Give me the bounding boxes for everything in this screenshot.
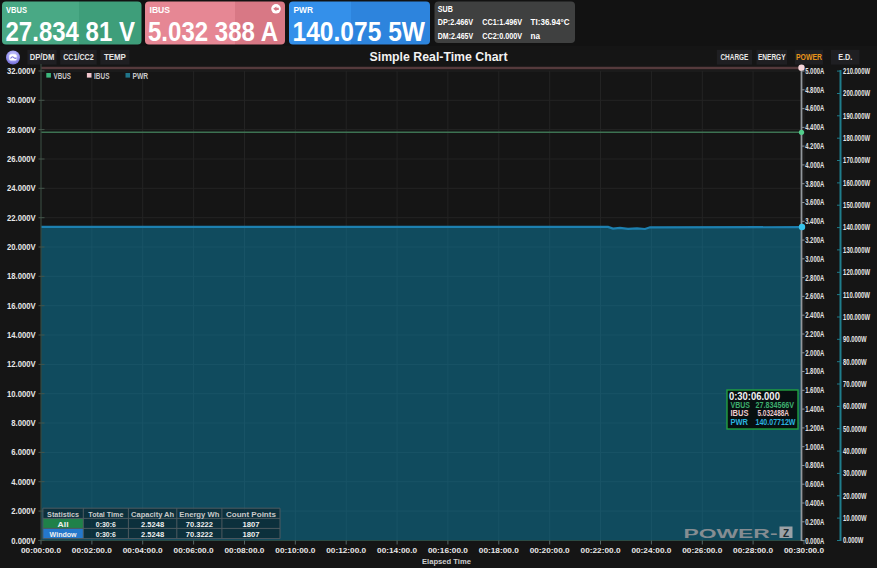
svg-text:0.200A: 0.200A	[805, 518, 824, 527]
svg-text:Count Points: Count Points	[226, 510, 277, 519]
svg-text:22.000V: 22.000V	[7, 213, 36, 223]
svg-text:3.400A: 3.400A	[805, 217, 824, 226]
svg-text:28.000V: 28.000V	[7, 125, 36, 135]
svg-text:00:16:00.0: 00:16:00.0	[428, 546, 468, 555]
svg-text:00:24:00.0: 00:24:00.0	[631, 546, 671, 555]
svg-text:4.000A: 4.000A	[805, 161, 824, 170]
svg-text:Energy Wh: Energy Wh	[179, 510, 219, 519]
svg-text:70.3222: 70.3222	[186, 530, 214, 539]
svg-text:100.000W: 100.000W	[843, 313, 870, 322]
svg-text:PWR: PWR	[133, 72, 149, 81]
svg-text:6.000V: 6.000V	[11, 447, 35, 457]
svg-text:4.400A: 4.400A	[805, 123, 824, 132]
svg-text:10.000V: 10.000V	[7, 389, 36, 399]
svg-text:5.000A: 5.000A	[805, 67, 824, 76]
svg-text:0:30:6: 0:30:6	[96, 530, 116, 539]
svg-text:40.000W: 40.000W	[843, 447, 867, 456]
svg-text:3.800A: 3.800A	[805, 180, 824, 189]
svg-text:50.000W: 50.000W	[843, 425, 867, 434]
svg-text:110.000W: 110.000W	[843, 291, 870, 300]
svg-text:IBUS: IBUS	[94, 72, 110, 81]
svg-text:20.000W: 20.000W	[843, 492, 867, 501]
svg-text:00:04:00.0: 00:04:00.0	[123, 546, 163, 555]
svg-text:4.800A: 4.800A	[805, 86, 824, 95]
svg-text:24.000V: 24.000V	[7, 183, 36, 193]
svg-text:180.000W: 180.000W	[843, 134, 870, 143]
svg-text:210.000W: 210.000W	[843, 67, 870, 76]
svg-text:27.834 81 V: 27.834 81 V	[6, 16, 136, 47]
svg-text:00:08:00.0: 00:08:00.0	[224, 546, 264, 555]
svg-text:VBUS: VBUS	[6, 4, 27, 15]
svg-text:160.000W: 160.000W	[843, 179, 870, 188]
svg-text:70.000W: 70.000W	[843, 380, 867, 389]
svg-text:2.5248: 2.5248	[141, 530, 165, 539]
svg-text:00:00:00.0: 00:00:00.0	[21, 546, 61, 555]
svg-text:0.600A: 0.600A	[805, 480, 824, 489]
svg-text:140.07712W: 140.07712W	[756, 417, 797, 427]
svg-text:PWR: PWR	[294, 4, 314, 15]
svg-text:2.200A: 2.200A	[805, 330, 824, 339]
svg-text:12.000V: 12.000V	[7, 359, 36, 369]
svg-text:CC1/CC2: CC1/CC2	[63, 52, 94, 62]
svg-text:0:30:6: 0:30:6	[96, 520, 116, 529]
svg-text:2.000V: 2.000V	[11, 506, 35, 516]
svg-text:PWR: PWR	[731, 417, 749, 427]
svg-text:4.200A: 4.200A	[805, 142, 824, 151]
svg-text:Capacity Ah: Capacity Ah	[131, 510, 174, 519]
svg-text:10.000W: 10.000W	[843, 514, 867, 523]
svg-text:0.000V: 0.000V	[11, 536, 35, 546]
svg-text:200.000W: 200.000W	[843, 89, 870, 98]
svg-text:IBUS: IBUS	[150, 4, 171, 15]
svg-text:60.000W: 60.000W	[843, 402, 867, 411]
svg-text:140.075 5W: 140.075 5W	[293, 16, 426, 47]
svg-text:140.000W: 140.000W	[843, 223, 870, 232]
svg-text:CHARGE: CHARGE	[720, 52, 748, 62]
svg-text:ENERGY: ENERGY	[758, 52, 786, 62]
svg-text:00:14:00.0: 00:14:00.0	[377, 546, 417, 555]
svg-text:190.000W: 190.000W	[843, 112, 870, 121]
svg-text:00:28:00.0: 00:28:00.0	[733, 546, 773, 555]
svg-text:Total Time: Total Time	[88, 510, 123, 519]
svg-text:CC1:1.496V: CC1:1.496V	[482, 17, 523, 27]
svg-text:3.200A: 3.200A	[805, 236, 824, 245]
svg-text:Window: Window	[50, 530, 78, 539]
svg-text:1807: 1807	[242, 520, 260, 529]
svg-text:4.600A: 4.600A	[805, 104, 824, 113]
svg-text:00:12:00.0: 00:12:00.0	[326, 546, 366, 555]
svg-text:1.400A: 1.400A	[805, 405, 824, 414]
svg-text:18.000V: 18.000V	[7, 271, 36, 281]
svg-text:SUB: SUB	[438, 4, 453, 14]
svg-text:CC2:0.000V: CC2:0.000V	[482, 31, 523, 41]
svg-text:POWER: POWER	[796, 52, 823, 62]
svg-text:All: All	[58, 520, 69, 529]
svg-text:14.000V: 14.000V	[7, 330, 36, 340]
svg-text:3.000A: 3.000A	[805, 255, 824, 264]
svg-text:8.000V: 8.000V	[11, 418, 35, 428]
svg-text:00:02:00.0: 00:02:00.0	[72, 546, 112, 555]
svg-text:0.000A: 0.000A	[805, 537, 824, 546]
svg-text:0.400A: 0.400A	[805, 499, 824, 508]
svg-text:DP/DM: DP/DM	[30, 52, 55, 62]
svg-text:16.000V: 16.000V	[7, 301, 36, 311]
svg-text:00:20:00.0: 00:20:00.0	[530, 546, 570, 555]
svg-text:POWER-: POWER-	[684, 527, 778, 541]
svg-text:130.000W: 130.000W	[843, 246, 870, 255]
svg-text:80.000W: 80.000W	[843, 358, 867, 367]
svg-text:00:18:00.0: 00:18:00.0	[479, 546, 519, 555]
svg-text:2.400A: 2.400A	[805, 311, 824, 320]
svg-text:26.000V: 26.000V	[7, 154, 36, 164]
svg-text:4.000V: 4.000V	[11, 477, 35, 487]
svg-text:120.000W: 120.000W	[843, 268, 870, 277]
svg-text:00:30:00.0: 00:30:00.0	[784, 546, 824, 555]
svg-text:Elapsed Time: Elapsed Time	[422, 557, 472, 566]
svg-text:1807: 1807	[242, 530, 260, 539]
svg-text:2.600A: 2.600A	[805, 292, 824, 301]
svg-text:0.000W: 0.000W	[843, 536, 863, 545]
svg-text:E.D.: E.D.	[838, 52, 852, 62]
svg-text:na: na	[531, 31, 541, 41]
svg-text:0.800A: 0.800A	[805, 461, 824, 470]
svg-text:30.000W: 30.000W	[843, 469, 867, 478]
svg-text:Z: Z	[783, 528, 789, 539]
svg-text:30.000V: 30.000V	[7, 95, 36, 105]
svg-text:1.200A: 1.200A	[805, 424, 824, 433]
